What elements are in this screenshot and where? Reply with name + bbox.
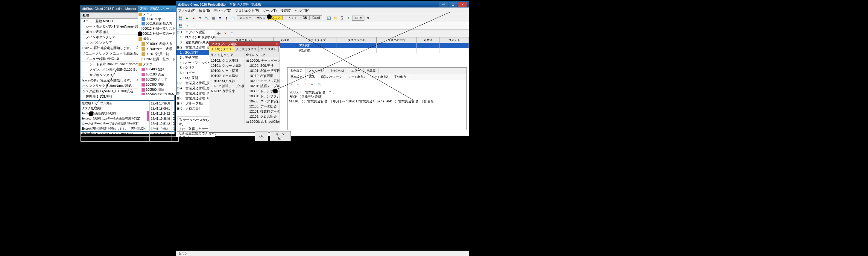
task-option[interactable]: 12100: データ照会: [244, 104, 279, 109]
tree-node[interactable]: 100600:顔写真照会: [138, 92, 176, 95]
task-option[interactable]: 60100: シート切替: [209, 68, 244, 73]
task-option[interactable]: 10200: テーブル更新: [244, 79, 279, 84]
task-option[interactable]: 10400: ストアド実行: [244, 99, 279, 104]
view-pill[interactable]: Excel: [310, 15, 322, 20]
sql-tab[interactable]: 基本設定: [287, 74, 306, 80]
task-option[interactable]: 10101: グループ集計: [209, 63, 244, 68]
tree-node[interactable]: 00001:Top: [138, 17, 176, 21]
tree-node[interactable]: 00012:社員一覧カード: [138, 31, 176, 36]
menu-item[interactable]: 接続(C): [280, 8, 291, 13]
menu-item[interactable]: ヘルプ(H): [295, 8, 309, 13]
tree-titlebar[interactable]: 定義内容確認ツリー: [138, 6, 176, 12]
dialog-titlebar[interactable]: タスクタイプ選択 ✕: [209, 41, 280, 47]
task-tree-node[interactable]: 1：ログインID取得(SQL実行): [176, 35, 215, 40]
warn-icon[interactable]: !: [302, 81, 308, 87]
col1-header[interactable]: リストをクリア: [209, 52, 244, 58]
tree-node[interactable]: 100500:削除: [138, 87, 176, 92]
save-icon[interactable]: 💾: [178, 15, 183, 21]
tree-node[interactable]: 00100:住所録入力: [138, 41, 176, 47]
ok-button[interactable]: OK: [255, 131, 268, 141]
task-option[interactable]: 10201: 拡張テーブル更新: [244, 84, 279, 89]
sql-tab[interactable]: SQL: [306, 74, 318, 80]
cancel-button[interactable]: キャンセル: [270, 131, 291, 141]
validate-icon[interactable]: ✓: [295, 81, 301, 87]
task-option[interactable]: 10101: SQL一括実行開始: [244, 68, 279, 73]
dialog-tab[interactable]: マイ リスト: [259, 47, 279, 52]
settings-tab[interactable]: 動作設定: [287, 68, 306, 74]
grid-header[interactable]: タスクラベル: [337, 37, 377, 43]
dialog-tab[interactable]: よく使うタスク: [234, 47, 259, 52]
cut-icon[interactable]: ✂: [309, 81, 315, 87]
stop-icon[interactable]: ■: [191, 15, 196, 21]
task-option[interactable]: 12102: クロス照会: [244, 114, 279, 119]
sql-tab[interactable]: シート出力1: [345, 74, 368, 80]
settings-tab[interactable]: エラー: [348, 68, 364, 74]
all-tasks-column[interactable]: 全てのタスク ⊟ 10000: データベース10100: SQL実行10101:…: [244, 52, 280, 124]
task-option[interactable]: 90100: メール送信: [209, 73, 244, 79]
task-option[interactable]: 10221: 拡張テーブル更新: [209, 84, 244, 89]
task-option[interactable]: ⊟ 30000: dbSheetClient設定: [244, 119, 279, 124]
tree-node[interactable]: 00202:社員一覧カード: [138, 57, 176, 62]
down-icon[interactable]: ↓: [192, 23, 198, 29]
tree-node[interactable]: メニュー: [138, 12, 176, 17]
task-option[interactable]: 10100: SQL実行: [209, 79, 244, 84]
tree-node[interactable]: 00200:カード表示: [138, 47, 176, 52]
frequently-used-column[interactable]: リストをクリア 10102: クロス集計10101: グループ集計60100: …: [209, 52, 244, 124]
delete-row-icon[interactable]: ✕: [222, 30, 228, 36]
dialog-close-icon[interactable]: ✕: [275, 42, 278, 46]
grid-header[interactable]: コメント: [440, 37, 469, 43]
copy-icon[interactable]: 📋: [229, 30, 235, 36]
settings-tab[interactable]: キャンセル: [327, 68, 348, 74]
tool-icon[interactable]: 🔧: [204, 15, 210, 21]
tree-node[interactable]: タスク: [138, 62, 176, 67]
settings-tab[interactable]: メッセージ: [306, 68, 327, 74]
add-row-icon[interactable]: ➕: [216, 30, 222, 36]
run-icon[interactable]: ▶: [184, 15, 190, 21]
menu-item[interactable]: ファイル(F): [178, 8, 195, 13]
sql-tab[interactable]: 実効出力: [391, 74, 409, 80]
tree-node[interactable]: 100200:クリア: [138, 77, 176, 82]
step-icon[interactable]: ↷: [197, 15, 203, 21]
tree-node[interactable]: 100300:印刷: [138, 82, 176, 87]
grid-header[interactable]: タスクタイプ: [297, 37, 337, 43]
dialog-tab[interactable]: よく使うタスク: [209, 47, 234, 52]
folder-icon[interactable]: 📁: [333, 15, 338, 21]
maximize-button[interactable]: ◻: [448, 2, 458, 7]
sql-tab[interactable]: SQLパラメータ: [318, 74, 345, 80]
tree-node[interactable]: 100400:登録: [138, 67, 176, 72]
grid-icon[interactable]: ▦: [210, 15, 216, 21]
paste-icon[interactable]: 📋: [316, 81, 322, 87]
refresh-icon[interactable]: 🔄: [326, 15, 332, 21]
tree-node[interactable]: 100100:読込: [138, 72, 176, 77]
close-button[interactable]: ✕: [458, 2, 467, 7]
menu-item[interactable]: プロジェクト(P): [235, 8, 259, 13]
task-option[interactable]: ⊟ 10000: データベース: [244, 58, 279, 63]
view-pill[interactable]: ボタン: [254, 15, 269, 20]
tree-node[interactable]: 00010:住所録入力: [138, 21, 176, 26]
task-option[interactable]: 12101: 複数行データ照会: [244, 109, 279, 114]
tree-node[interactable]: 00201:社員一覧: [138, 52, 176, 57]
tree-node[interactable]: ボタン: [138, 36, 176, 41]
excel-export-icon[interactable]: X: [288, 81, 294, 87]
align-icon[interactable]: ⫿: [223, 15, 229, 21]
view-pill[interactable]: メニュー: [237, 15, 254, 20]
settings-icon[interactable]: ⚙: [365, 15, 371, 21]
iota-label[interactable]: IOTα: [352, 16, 364, 21]
menu-item[interactable]: 編集(E): [199, 8, 210, 13]
doc-icon[interactable]: 📄: [230, 15, 236, 21]
task-option[interactable]: 10301: トランザクション中断: [244, 94, 279, 99]
minimize-button[interactable]: —: [439, 2, 448, 7]
excel-icon[interactable]: X: [346, 15, 351, 21]
view-pill[interactable]: DB: [300, 15, 310, 20]
up-icon[interactable]: ↑: [185, 23, 191, 29]
editor-titlebar[interactable]: dbSheetClient 2020 ProjectEditor - 営業見込管…: [176, 1, 469, 7]
m-icon[interactable]: M: [217, 15, 223, 21]
task-option[interactable]: 10100: SQL実行: [244, 63, 279, 68]
save2-icon[interactable]: 💾: [178, 23, 183, 29]
sql-tab[interactable]: シート出力2: [368, 74, 391, 80]
task-tree-node[interactable]: ⊟ 1：ログイン認証: [176, 30, 215, 35]
sql-editor[interactable]: SELECT [営業見込管理].* , FROM [営業見込管理] WHERE …: [287, 88, 466, 105]
task-option[interactable]: 10110: SQL展開: [244, 73, 279, 79]
tree-node[interactable]: 00012:社員一覧リスト: [138, 26, 176, 31]
menu-item[interactable]: デバッグ(D): [214, 8, 231, 13]
